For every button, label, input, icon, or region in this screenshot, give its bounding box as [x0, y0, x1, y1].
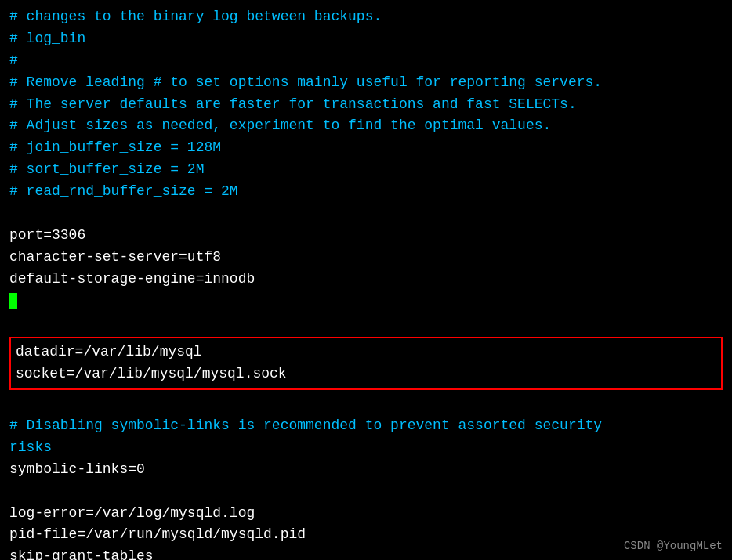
line-7: # join_buffer_size = 128M [9, 137, 723, 159]
line-port: port=3306 [9, 225, 723, 247]
line-log-error: log-error=/var/log/mysqld.log [9, 503, 723, 525]
line-risks: risks [9, 437, 723, 459]
line-4: # Remove leading # to set options mainly… [9, 72, 723, 94]
code-editor: # changes to the binary log between back… [0, 0, 732, 560]
line-2: # log_bin [9, 28, 723, 50]
line-datadir: datadir=/var/lib/mysql [16, 341, 716, 363]
line-skip-grant: skip-grant-tables [9, 546, 723, 560]
line-socket: socket=/var/lib/mysql/mysql.sock [16, 363, 716, 385]
line-8: # sort_buffer_size = 2M [9, 159, 723, 181]
blank-line-1 [9, 203, 723, 225]
line-symlink-comment: # Disabling symbolic-links is recommende… [9, 415, 723, 437]
cursor-block [9, 293, 17, 309]
watermark: CSDN @YoungMLet [624, 540, 723, 552]
highlighted-section: datadir=/var/lib/mysql socket=/var/lib/m… [9, 337, 723, 390]
line-3: # [9, 50, 723, 72]
line-cursor [9, 291, 723, 313]
line-5: # The server defaults are faster for tra… [9, 94, 723, 116]
blank-line-2 [9, 312, 723, 334]
line-9: # read_rnd_buffer_size = 2M [9, 181, 723, 203]
line-pid-file: pid-file=/var/run/mysqld/mysqld.pid [9, 524, 723, 546]
line-charset: character-set-server=utf8 [9, 247, 723, 269]
blank-line-4 [9, 481, 723, 503]
line-1: # changes to the binary log between back… [9, 6, 723, 28]
blank-line-3 [9, 393, 723, 415]
line-symlinks: symbolic-links=0 [9, 459, 723, 481]
line-storage: default-storage-engine=innodb [9, 269, 723, 291]
line-6: # Adjust sizes as needed, experiment to … [9, 115, 723, 137]
